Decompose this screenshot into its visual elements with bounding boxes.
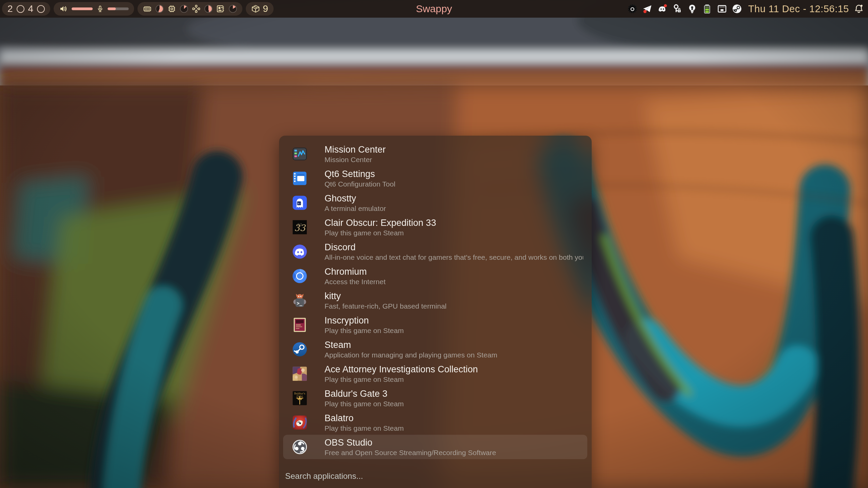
- mission-center-icon: [291, 145, 308, 162]
- app-name: Inscryption: [325, 315, 404, 326]
- app-name: Mission Center: [325, 144, 386, 155]
- launcher-item[interactable]: ChromiumAccess the Internet: [283, 264, 587, 288]
- gpu-icon: [192, 4, 201, 13]
- usage-pie-chart: [204, 5, 213, 13]
- system-stats-widget[interactable]: [137, 2, 242, 16]
- svg-text:>-: >-: [297, 202, 301, 205]
- app-description: Mission Center: [325, 156, 386, 164]
- ethernet-icon[interactable]: [717, 4, 727, 14]
- launcher-item[interactable]: >_kittyFast, feature-rich, GPU based ter…: [283, 288, 587, 313]
- steelseries-icon[interactable]: [627, 4, 638, 14]
- ace-attorney-icon: [291, 365, 308, 382]
- app-description: Play this game on Steam: [325, 424, 404, 432]
- app-description: Free and Open Source Streaming/Recording…: [325, 449, 496, 457]
- app-name: Discord: [325, 242, 583, 252]
- app-text: Qt6 SettingsQt6 Configuration Tool: [325, 169, 395, 188]
- app-name: Chromium: [325, 267, 386, 277]
- app-text: DiscordAll-in-one voice and text chat fo…: [325, 242, 583, 261]
- svg-text:33: 33: [294, 223, 306, 233]
- bar-left-cluster: 24 9: [2, 2, 274, 16]
- workspace-number[interactable]: 4: [28, 2, 34, 16]
- top-status-bar: 24 9 Swappy Thu 11 Dec: [0, 0, 868, 18]
- obs-studio-icon: [291, 438, 308, 455]
- launcher-item[interactable]: 3333Clair Obscur: Expedition 33Play this…: [283, 215, 587, 239]
- app-name: Balatro: [325, 413, 404, 423]
- usage-pie-chart: [229, 5, 237, 13]
- launcher-item[interactable]: >-GhosttyA terminal emulator: [283, 191, 587, 215]
- app-name: OBS Studio: [325, 437, 496, 448]
- app-description: Play this game on Steam: [325, 327, 404, 335]
- launcher-item[interactable]: OBS StudioFree and Open Source Streaming…: [283, 435, 587, 459]
- balatro-icon: [291, 414, 308, 431]
- app-description: Play this game on Steam: [325, 375, 478, 384]
- volume-slider[interactable]: [72, 7, 93, 10]
- audio-widget[interactable]: [54, 2, 134, 16]
- app-text: Ace Attorney Investigations CollectionPl…: [325, 364, 478, 384]
- workspace-empty-icon[interactable]: [17, 5, 24, 13]
- app-description: Application for managing and playing gam…: [325, 351, 497, 359]
- clock[interactable]: Thu 11 Dec - 12:56:15: [748, 3, 849, 15]
- updates-count: 9: [263, 3, 268, 14]
- mic-slider[interactable]: [108, 7, 129, 10]
- app-text: Clair Obscur: Expedition 33Play this gam…: [325, 218, 436, 237]
- app-description: Qt6 Configuration Tool: [325, 180, 395, 188]
- app-list: Mission CenterMission CenterQt6 Settings…: [279, 142, 592, 459]
- launcher-item[interactable]: BalatroPlay this game on Steam: [283, 410, 587, 435]
- launcher-item[interactable]: DiscordAll-in-one voice and text chat fo…: [283, 239, 587, 264]
- microphone-icon: [96, 5, 104, 13]
- workspace-empty-icon[interactable]: [37, 5, 45, 13]
- desktop: 24 9 Swappy Thu 11 Dec: [0, 0, 868, 488]
- speaker-icon: [59, 4, 68, 13]
- discord-icon: [291, 243, 308, 260]
- app-name: Clair Obscur: Expedition 33: [325, 218, 436, 228]
- app-description: Fast, feature-rich, GPU based terminal: [325, 302, 446, 310]
- app-text: kittyFast, feature-rich, GPU based termi…: [325, 291, 446, 310]
- notification-bell-icon[interactable]: [854, 4, 864, 14]
- discord-icon[interactable]: [657, 4, 667, 14]
- inscryption-icon: [291, 316, 308, 333]
- search-input[interactable]: Search applications...: [285, 471, 363, 481]
- app-name: Ghostty: [325, 193, 386, 203]
- app-name: Steam: [325, 340, 497, 350]
- launcher-item[interactable]: Qt6 SettingsQt6 Configuration Tool: [283, 166, 587, 191]
- steam-icon[interactable]: [732, 4, 742, 14]
- battery-icon[interactable]: [702, 4, 712, 14]
- app-name: kitty: [325, 291, 446, 301]
- app-text: Mission CenterMission Center: [325, 144, 386, 164]
- key-icon[interactable]: [672, 4, 682, 14]
- app-text: Baldur's Gate 3Play this game on Steam: [325, 389, 404, 408]
- keyhole-icon[interactable]: [687, 4, 697, 14]
- app-name: Ace Attorney Investigations Collection: [325, 364, 478, 374]
- usage-pie-chart: [180, 5, 188, 13]
- launcher-item[interactable]: InscryptionPlay this game on Steam: [283, 313, 587, 337]
- motherboard-icon: [216, 4, 225, 13]
- qt6-settings-icon: [291, 170, 308, 187]
- cpu-icon: [167, 4, 176, 13]
- workspace-number[interactable]: 2: [7, 2, 13, 16]
- workspace-indicator[interactable]: 24: [2, 2, 50, 16]
- ghostty-icon: >-: [291, 194, 308, 211]
- launcher-item[interactable]: Mission CenterMission Center: [283, 142, 587, 166]
- app-text: ChromiumAccess the Internet: [325, 267, 386, 286]
- app-description: Play this game on Steam: [325, 400, 404, 408]
- telegram-icon[interactable]: [642, 4, 652, 14]
- app-text: OBS StudioFree and Open Source Streaming…: [325, 437, 496, 457]
- app-name: Baldur's Gate 3: [325, 389, 404, 399]
- app-description: A terminal emulator: [325, 204, 386, 213]
- svg-text:>_: >_: [297, 300, 302, 306]
- package-icon: [251, 4, 260, 13]
- app-description: Play this game on Steam: [325, 229, 436, 237]
- app-name: Qt6 Settings: [325, 169, 395, 179]
- app-text: GhosttyA terminal emulator: [325, 193, 386, 213]
- launcher-item[interactable]: SteamApplication for managing and playin…: [283, 337, 587, 362]
- clair-obscur-icon: 3333: [291, 219, 308, 236]
- kitty-icon: >_: [291, 292, 308, 309]
- baldurs-gate-3-icon: Baldur'sGate: [291, 390, 308, 407]
- launcher-item[interactable]: Ace Attorney Investigations CollectionPl…: [283, 362, 587, 386]
- system-tray: Thu 11 Dec - 12:56:15: [627, 0, 864, 18]
- updates-widget[interactable]: 9: [246, 2, 274, 16]
- chromium-icon: [291, 268, 308, 285]
- focused-window-title: Swappy: [416, 0, 452, 18]
- app-text: InscryptionPlay this game on Steam: [325, 315, 404, 335]
- launcher-item[interactable]: Baldur'sGateBaldur's Gate 3Play this gam…: [283, 386, 587, 410]
